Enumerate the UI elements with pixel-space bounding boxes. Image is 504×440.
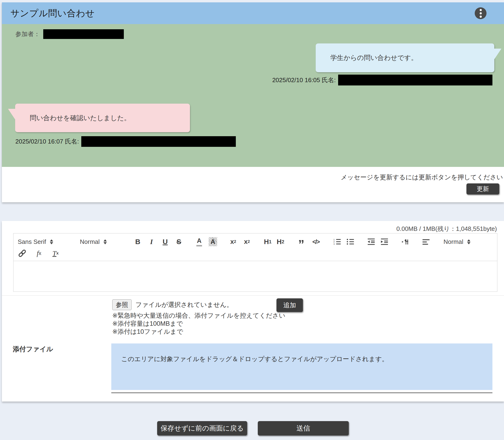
message-timestamp: 2025/02/10 16:07 氏名: bbox=[15, 138, 79, 146]
text-color-button[interactable]: A bbox=[195, 237, 203, 247]
kebab-dot-icon bbox=[480, 15, 482, 18]
ordered-list-icon: 1 2 3 bbox=[333, 237, 341, 246]
send-button[interactable]: 送信 bbox=[258, 421, 349, 436]
message-meta-row: 2025/02/10 16:07 氏名: bbox=[15, 136, 236, 147]
align-icon bbox=[422, 237, 430, 246]
superscript-button[interactable]: x2 bbox=[243, 237, 251, 247]
header-select[interactable]: Normal bbox=[78, 238, 122, 246]
text-direction-button[interactable] bbox=[401, 237, 410, 247]
text-direction-icon bbox=[401, 237, 410, 246]
select-arrows-icon bbox=[467, 239, 470, 244]
dropzone-text: このエリアに対象ファイルをドラッグ＆ドロップするとファイルがアップロードされます… bbox=[121, 356, 388, 363]
clean-format-icon: T bbox=[52, 249, 57, 257]
underline-button[interactable]: U bbox=[161, 237, 169, 247]
size-select-value: Normal bbox=[444, 238, 463, 246]
chat-bubble-left: 問い合わせを確認いたしました。 bbox=[15, 104, 190, 132]
file-dropzone[interactable]: このエリアに対象ファイルをドラッグ＆ドロップするとファイルがアップロードされます… bbox=[111, 344, 492, 390]
blockquote-button[interactable]: ” bbox=[297, 237, 305, 247]
rich-text-editor: Sans Serif Normal B I U S A bbox=[13, 233, 497, 292]
clean-format-button[interactable]: Tx bbox=[51, 248, 60, 258]
page-title: サンプル問い合わせ bbox=[10, 7, 475, 19]
text-color-icon: A bbox=[197, 237, 202, 247]
section-divider bbox=[2, 295, 504, 296]
bold-button[interactable]: B bbox=[133, 237, 142, 247]
attachment-note: ※添付は10ファイルまで bbox=[112, 328, 286, 336]
chat-bubble-text: 問い合わせを確認いたしました。 bbox=[30, 113, 131, 123]
back-without-save-button[interactable]: 保存せずに前の画面に戻る bbox=[157, 421, 247, 436]
participants-label: 参加者： bbox=[15, 30, 40, 38]
bullet-list-button[interactable] bbox=[346, 237, 355, 247]
chat-bubble-text: 学生からの問い合わせです。 bbox=[330, 53, 418, 62]
header-select-value: Normal bbox=[80, 238, 100, 246]
font-select-value: Sans Serif bbox=[18, 238, 46, 246]
bubble-tail-icon bbox=[8, 109, 15, 120]
message-timestamp: 2025/02/10 16:05 氏名: bbox=[272, 76, 336, 84]
indent-icon bbox=[380, 237, 389, 246]
file-browse-row: 参照 ファイルが選択されていません。 bbox=[112, 299, 233, 310]
code-block-button[interactable]: </> bbox=[312, 237, 320, 247]
background-color-icon: A bbox=[209, 237, 217, 246]
chat-bubble-right: 学生からの問い合わせです。 bbox=[316, 43, 494, 72]
message-meta-row: 2025/02/10 16:05 氏名: bbox=[272, 75, 492, 85]
add-attachment-button[interactable]: 追加 bbox=[276, 298, 303, 312]
attachment-note: ※添付容量は100MBまで bbox=[112, 320, 286, 328]
update-button[interactable]: 更新 bbox=[466, 183, 499, 194]
bubble-tail-icon bbox=[494, 49, 501, 60]
kebab-menu-button[interactable] bbox=[475, 7, 487, 19]
sender-redacted-name bbox=[81, 136, 236, 147]
quota-text: 0.00MB / 1MB(残り：1,048,551byte) bbox=[396, 225, 497, 233]
editor-toolbar: Sans Serif Normal B I U S A bbox=[13, 233, 497, 261]
svg-text:3: 3 bbox=[333, 243, 335, 245]
formula-button[interactable]: fx bbox=[35, 248, 43, 258]
bullet-list-icon bbox=[346, 237, 355, 246]
toolbar-row-2: fx Tx bbox=[16, 248, 495, 259]
chat-header: サンプル問い合わせ bbox=[2, 2, 504, 24]
outdent-icon bbox=[367, 237, 375, 246]
h1-icon: H bbox=[264, 238, 269, 246]
h2-icon: H bbox=[277, 238, 282, 246]
chat-panel: サンプル問い合わせ 参加者： 学生からの問い合わせです。 2025/02/10 … bbox=[2, 2, 504, 202]
toolbar-row-1: Sans Serif Normal B I U S A bbox=[16, 237, 495, 247]
formula-icon: f bbox=[37, 249, 39, 257]
sender-redacted-name bbox=[338, 75, 492, 85]
subscript-button[interactable]: x2 bbox=[229, 237, 237, 247]
strike-button[interactable]: S bbox=[175, 237, 183, 247]
align-button[interactable] bbox=[422, 237, 430, 247]
link-button[interactable] bbox=[18, 248, 27, 258]
italic-button[interactable]: I bbox=[147, 237, 156, 247]
indent-button[interactable] bbox=[380, 237, 389, 247]
no-file-selected-text: ファイルが選択されていません。 bbox=[135, 301, 233, 309]
message-editor-input[interactable] bbox=[13, 261, 497, 292]
kebab-dot-icon bbox=[480, 9, 482, 11]
select-arrows-icon bbox=[103, 239, 107, 244]
browse-file-button[interactable]: 参照 bbox=[112, 299, 132, 310]
link-icon bbox=[18, 249, 27, 258]
participants-redacted-name bbox=[43, 29, 124, 39]
inquiry-page: サンプル問い合わせ 参加者： 学生からの問い合わせです。 2025/02/10 … bbox=[0, 0, 504, 440]
chat-message-area: 参加者： 学生からの問い合わせです。 2025/02/10 16:05 氏名: … bbox=[2, 24, 504, 167]
chat-panel-footer: メッセージを更新するには更新ボタンを押してください 更新 bbox=[2, 167, 504, 202]
outdent-button[interactable] bbox=[367, 237, 375, 247]
attachment-note: ※緊急時や大量送信の場合、添付ファイルを控えてください bbox=[112, 312, 286, 320]
superscript-icon: x bbox=[244, 238, 248, 246]
size-select[interactable]: Normal bbox=[442, 238, 484, 246]
font-select[interactable]: Sans Serif bbox=[16, 238, 67, 246]
update-hint-text: メッセージを更新するには更新ボタンを押してください bbox=[341, 173, 503, 181]
composer-panel: 0.00MB / 1MB(残り：1,048,551byte) Sans Seri… bbox=[2, 221, 504, 401]
attachment-notes: ※緊急時や大量送信の場合、添付ファイルを控えてください ※添付容量は100MBま… bbox=[112, 312, 286, 336]
select-arrows-icon bbox=[50, 239, 53, 244]
kebab-dot-icon bbox=[480, 12, 482, 14]
ordered-list-button[interactable]: 1 2 3 bbox=[333, 237, 341, 247]
header-1-button[interactable]: H1 bbox=[263, 237, 272, 247]
dropzone-divider bbox=[111, 392, 492, 393]
background-color-button[interactable]: A bbox=[209, 237, 217, 247]
participants-row: 参加者： bbox=[15, 29, 124, 39]
header-2-button[interactable]: H2 bbox=[276, 237, 285, 247]
attachment-row-label: 添付ファイル bbox=[13, 345, 53, 354]
subscript-icon: x bbox=[230, 238, 234, 246]
